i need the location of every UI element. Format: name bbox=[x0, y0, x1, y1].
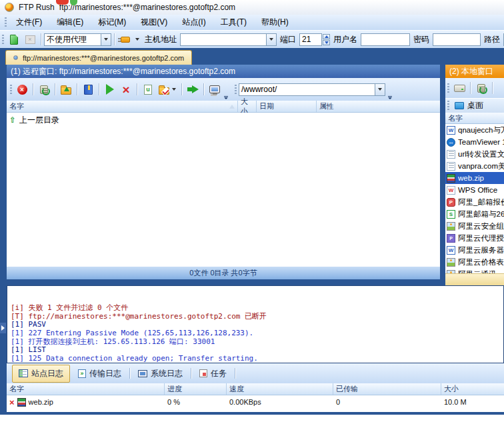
menu-edit[interactable]: 编辑(E) bbox=[49, 15, 91, 30]
column-attr[interactable]: 属性 bbox=[317, 101, 440, 112]
local-file-row[interactable]: web.zip bbox=[445, 172, 504, 184]
tab-system-log[interactable]: 系统日志 bbox=[132, 365, 189, 382]
local-location-combo[interactable]: 桌面 bbox=[445, 98, 504, 113]
local-file-row[interactable]: 阿里云安全组 bbox=[445, 220, 504, 232]
local-file-row[interactable]: WPS Office bbox=[445, 184, 504, 196]
remote-toolbar-grip[interactable] bbox=[10, 85, 12, 95]
local-pane-header: (2) 本地窗口 bbox=[445, 65, 504, 78]
menu-tools[interactable]: 工具(T) bbox=[213, 15, 254, 30]
session-tab-active[interactable]: ftp://marinestores:***@marinestores.goto… bbox=[5, 50, 192, 65]
remote-pane-header: (1) 远程窗口: ftp://marinestores:***@marines… bbox=[7, 65, 440, 78]
toolbar-separator bbox=[99, 83, 99, 95]
local-file-row[interactable]: 阿里云价格表 bbox=[445, 256, 504, 268]
parent-directory-row[interactable]: ⇧ 上一层目录 bbox=[7, 114, 440, 126]
queue-column-speed[interactable]: 速度 bbox=[227, 383, 333, 395]
column-date[interactable]: 日期 bbox=[257, 101, 317, 112]
remove-task-icon[interactable]: × bbox=[9, 398, 15, 407]
local-file-row[interactable]: vanpra.com美 bbox=[445, 160, 504, 172]
menu-site[interactable]: 站点(I) bbox=[175, 15, 213, 30]
queue-column-transferred[interactable]: 已传输 bbox=[333, 383, 441, 395]
img-file-icon bbox=[447, 222, 455, 231]
password-input[interactable] bbox=[433, 33, 481, 46]
column-size[interactable]: 大小 bbox=[238, 101, 257, 112]
password-label: 密码 bbox=[413, 34, 429, 45]
plug-icon bbox=[121, 37, 130, 43]
local-toolbar-grip[interactable] bbox=[447, 83, 449, 93]
queue-row[interactable]: × web.zip 0 % 0.00KBps 0 10.0 M bbox=[7, 395, 504, 409]
parent-folder-button[interactable] bbox=[58, 82, 74, 97]
local-file-row[interactable]: TeamViewer 13 bbox=[445, 136, 504, 148]
path-toolbar-grip[interactable] bbox=[235, 85, 237, 95]
proxy-select[interactable] bbox=[44, 33, 101, 46]
local-file-row[interactable]: url转发设置文 bbox=[445, 148, 504, 160]
zip-file-icon bbox=[447, 174, 455, 183]
new-site-button[interactable] bbox=[6, 32, 22, 47]
disconnect-button[interactable]: × bbox=[14, 82, 30, 97]
username-input[interactable] bbox=[361, 33, 410, 46]
local-file-row[interactable]: 阿里_邮箱报价 bbox=[445, 196, 504, 208]
port-spinner[interactable] bbox=[323, 34, 330, 45]
toolbar-overflow-chevron[interactable] bbox=[223, 96, 229, 99]
queue-column-size[interactable]: 大小 bbox=[441, 383, 504, 395]
port-input[interactable] bbox=[299, 33, 322, 46]
toolbar-separator bbox=[33, 83, 33, 95]
new-page-icon bbox=[10, 35, 18, 45]
menubar-grip[interactable] bbox=[5, 17, 7, 27]
toolbar-separator bbox=[181, 83, 182, 95]
remote-path-select[interactable] bbox=[239, 83, 375, 96]
local-file-row[interactable]: qnaujecch与万 bbox=[445, 124, 504, 136]
up-level-icon: ⇧ bbox=[9, 116, 16, 124]
tv-file-icon bbox=[447, 138, 455, 147]
menu-file[interactable]: 文件(F) bbox=[9, 15, 49, 30]
local-refresh-button[interactable] bbox=[473, 81, 489, 95]
username-label: 用户名 bbox=[333, 34, 357, 45]
drive-select-button[interactable] bbox=[451, 81, 467, 95]
tab-transfer-log[interactable]: » 传输日志 bbox=[72, 365, 127, 382]
tab-site-log[interactable]: 站点日志 bbox=[12, 365, 70, 383]
local-column-name[interactable]: 名字 bbox=[445, 113, 504, 124]
green-arrow-icon bbox=[192, 85, 199, 93]
queue-column-name[interactable]: 名字 bbox=[7, 383, 165, 395]
toolbar-grip[interactable] bbox=[2, 35, 4, 45]
refresh-button[interactable] bbox=[36, 82, 52, 97]
remote-path-dropdown-button[interactable] bbox=[375, 83, 385, 96]
menu-view[interactable]: 视图(V) bbox=[133, 15, 175, 30]
menu-help[interactable]: 帮助(H) bbox=[254, 15, 296, 30]
url-file-button[interactable]: u bbox=[140, 82, 156, 97]
start-transfer-button[interactable] bbox=[102, 82, 118, 97]
host-dropdown-button[interactable] bbox=[267, 33, 277, 46]
tab-tasks[interactable]: 任务 bbox=[193, 365, 233, 382]
select-files-button[interactable] bbox=[156, 82, 172, 97]
local-file-row[interactable]: 阿里邮箱与26 bbox=[445, 208, 504, 220]
file-name-label: 阿里邮箱与26 bbox=[458, 209, 504, 219]
bookmarks-button[interactable] bbox=[80, 82, 96, 97]
local-file-row[interactable]: 阿里云服务器 bbox=[445, 244, 504, 256]
local-file-row[interactable]: 阿里云通讯 bbox=[445, 268, 504, 273]
toolbar-separator bbox=[114, 33, 115, 45]
local-file-row[interactable]: 阿里云代理授 bbox=[445, 232, 504, 244]
panel-expander[interactable] bbox=[0, 323, 6, 333]
path-overflow-chevron[interactable] bbox=[387, 96, 393, 99]
spinner-up-icon[interactable] bbox=[323, 34, 330, 39]
queue-column-progress[interactable]: 进度 bbox=[165, 383, 227, 395]
txt-file-icon bbox=[447, 150, 455, 159]
log-panel[interactable]: [i] 失败 1 文件并过滤 0 个文件[T] ftp://marinestor… bbox=[7, 285, 504, 363]
column-name[interactable]: 名字 bbox=[7, 101, 238, 112]
log-line: [T] ftp://marinestores:***@marinestores.… bbox=[11, 313, 503, 321]
toolbar-separator bbox=[470, 82, 471, 94]
host-input[interactable] bbox=[180, 33, 267, 46]
local-file-list: qnaujecch与万TeamViewer 13url转发设置文vanpra.c… bbox=[445, 124, 504, 273]
connect-dropdown-icon[interactable] bbox=[135, 38, 139, 41]
proxy-dropdown-button[interactable] bbox=[101, 33, 111, 46]
queue-speed-value: 0.00KBps bbox=[227, 395, 333, 409]
local-browser-button[interactable] bbox=[207, 82, 223, 97]
site-manager-button-disabled: × bbox=[22, 32, 38, 47]
select-dropdown-icon[interactable] bbox=[172, 88, 176, 91]
connect-button[interactable] bbox=[117, 32, 133, 47]
spinner-down-icon[interactable] bbox=[323, 40, 330, 45]
txt-file-icon bbox=[447, 162, 455, 171]
transfer-queue-button[interactable] bbox=[185, 82, 201, 97]
menu-mark[interactable]: 标记(M) bbox=[91, 15, 133, 30]
file-name-label: 阿里_邮箱报价 bbox=[458, 197, 504, 207]
abort-button[interactable]: × bbox=[118, 82, 134, 97]
